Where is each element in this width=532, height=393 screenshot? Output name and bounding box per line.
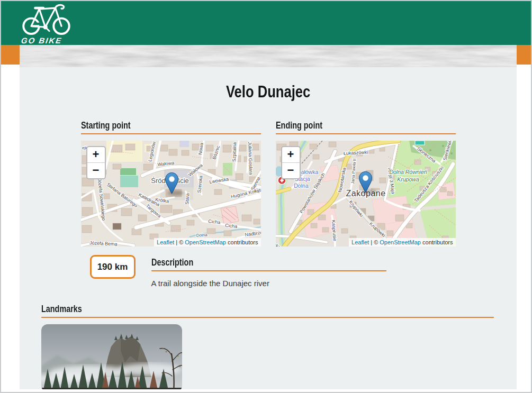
attribution-separator: | [371, 239, 372, 245]
description-section: Description A trail alongside the Dunaje… [151, 255, 386, 288]
zoom-out-button[interactable]: − [87, 163, 105, 178]
asphalt-texture-image [20, 45, 517, 67]
leaflet-link[interactable]: Leaflet [351, 239, 369, 245]
copyright-symbol: © [179, 239, 183, 245]
zoom-out-button[interactable]: − [282, 163, 300, 178]
zoom-control: + − [281, 146, 301, 179]
svg-text:Dolna: Dolna [294, 182, 309, 189]
zoom-control: + − [86, 146, 106, 179]
osm-link[interactable]: OpenStreetMap [380, 239, 421, 245]
app-window: GO BIKE Velo Dunajec Sta [0, 0, 532, 393]
attribution-suffix: contributors [422, 239, 453, 245]
foggy-mountain-photo [41, 324, 182, 389]
map-attribution: Leaflet | © OpenStreetMap contributors [349, 238, 455, 246]
leaflet-link[interactable]: Leaflet [157, 239, 174, 245]
osm-link[interactable]: OpenStreetMap [185, 239, 226, 245]
zoom-in-button[interactable]: + [87, 147, 105, 163]
svg-text:Józefa Bema: Józefa Bema [89, 240, 117, 246]
trail-details: 190 km Description A trail alongside the… [81, 255, 456, 288]
starting-point-heading: Starting point [81, 120, 261, 134]
site-header: GO BIKE [1, 1, 531, 45]
description-heading: Description [151, 257, 386, 271]
start-location-marker-icon[interactable] [165, 172, 178, 194]
description-text: A trail alongside the Dunajec river [151, 279, 386, 288]
svg-text:Cicha: Cicha [224, 223, 237, 229]
main-content: Velo Dunajec Starting point [20, 67, 517, 389]
svg-text:Szpitalna: Szpitalna [231, 142, 237, 162]
svg-text:Dolna Równień: Dolna Równień [389, 169, 427, 175]
ending-point-heading: Ending point [276, 120, 456, 134]
start-map[interactable]: Śródmieście Wałowa Wałowa Legionów Nowa … [81, 141, 261, 246]
orange-block-left [1, 45, 20, 65]
landmarks-section: Landmarks [41, 304, 494, 389]
attribution-separator: | [176, 239, 177, 245]
end-map[interactable]: Zakopane Łukaszówki Nowotarska Powstańcó… [276, 141, 456, 246]
landmark-photo[interactable] [41, 324, 182, 389]
orange-block-right [515, 45, 531, 65]
go-bike-logo[interactable]: GO BIKE [21, 4, 74, 45]
svg-text:Krupowa: Krupowa [397, 176, 419, 182]
ending-point-section: Ending point [276, 120, 456, 246]
brand-wordmark: GO BIKE [21, 36, 75, 45]
bicycle-logo-icon [21, 4, 74, 35]
copyright-symbol: © [374, 239, 378, 245]
landmarks-heading: Landmarks [41, 304, 494, 318]
zoom-in-button[interactable]: + [282, 147, 300, 163]
map-attribution: Leaflet | © OpenStreetMap contributors [154, 238, 260, 246]
svg-text:Stara: Stara [184, 193, 190, 205]
asphalt-banner [1, 45, 531, 67]
end-location-marker-icon[interactable] [359, 171, 372, 193]
page-title: Velo Dunajec [20, 67, 517, 101]
attribution-suffix: contributors [228, 239, 258, 245]
distance-badge: 190 km [90, 255, 136, 279]
starting-point-section: Starting point [81, 120, 261, 246]
svg-text:Dolna: Dolna [196, 233, 208, 238]
